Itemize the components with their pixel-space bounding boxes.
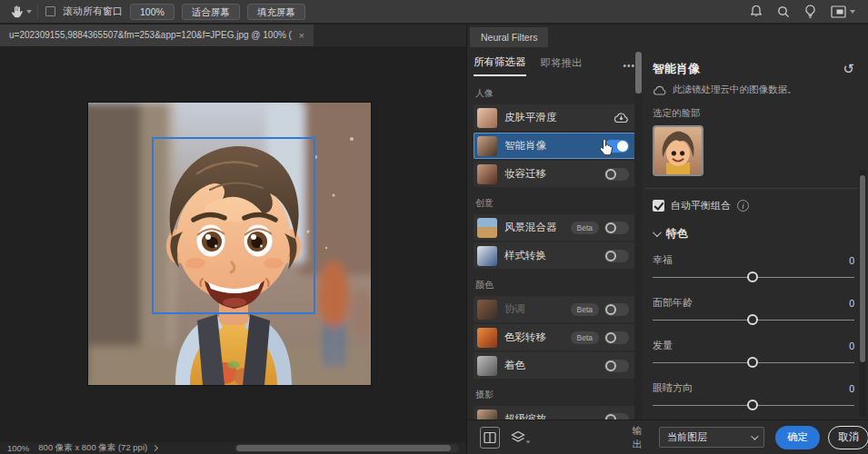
zoom-100-button[interactable]: 100% bbox=[130, 4, 175, 20]
smart-portrait-thumbnail bbox=[477, 136, 497, 156]
canvas-area[interactable] bbox=[0, 46, 466, 442]
section-color: 颜色 bbox=[475, 279, 634, 291]
reset-filter-icon[interactable]: ↺ bbox=[843, 61, 854, 77]
makeup-transfer-thumbnail bbox=[477, 164, 497, 184]
ok-button[interactable]: 确定 bbox=[775, 426, 821, 449]
layers-icon bbox=[511, 430, 525, 444]
show-layers-button[interactable] bbox=[511, 430, 531, 444]
cloud-download-icon[interactable] bbox=[614, 112, 629, 123]
cancel-button[interactable]: 取消 bbox=[828, 426, 868, 449]
canvas-image[interactable] bbox=[88, 103, 371, 385]
layers-chevron-icon bbox=[525, 440, 530, 443]
colorize-toggle-off[interactable] bbox=[604, 360, 629, 372]
close-document-icon[interactable]: × bbox=[299, 30, 304, 41]
style-transfer-toggle-off[interactable] bbox=[604, 250, 629, 262]
more-options-icon[interactable]: ••• bbox=[623, 61, 635, 71]
filter-row-harmonization[interactable]: 协调 Beta bbox=[474, 296, 635, 322]
filter-label: 样式转换 bbox=[504, 249, 604, 262]
screen-mode-control[interactable] bbox=[831, 5, 855, 18]
chevron-down-icon bbox=[653, 228, 662, 237]
slider-value: 0 bbox=[849, 298, 854, 309]
slider-thumb[interactable] bbox=[747, 314, 758, 325]
slider-thumb[interactable] bbox=[747, 357, 758, 368]
panel-footer: 输出 当前图层 确定 取消 bbox=[467, 419, 868, 454]
status-chevron-icon[interactable] bbox=[152, 445, 158, 451]
landscape-mixer-toggle-off[interactable] bbox=[604, 222, 629, 234]
slider-track[interactable] bbox=[653, 400, 854, 412]
beta-badge: Beta bbox=[571, 331, 600, 344]
scroll-all-windows-checkbox[interactable] bbox=[45, 6, 55, 16]
filter-row-color-transfer[interactable]: 色彩转移 Beta bbox=[474, 324, 635, 350]
makeup-transfer-toggle-off[interactable] bbox=[604, 168, 629, 181]
featured-section-label: 特色 bbox=[666, 226, 688, 242]
discover-lightbulb-icon[interactable] bbox=[804, 5, 816, 19]
slider-thumb[interactable] bbox=[747, 400, 758, 410]
hand-tool-chip[interactable] bbox=[9, 5, 38, 19]
auto-balance-label: 自动平衡组合 bbox=[671, 199, 731, 212]
status-zoom-value[interactable]: 100% bbox=[0, 443, 38, 453]
filter-label: 智能肖像 bbox=[504, 139, 604, 153]
filter-row-makeup-transfer[interactable]: 妆容迁移 bbox=[474, 161, 635, 187]
filter-list-scrollbar[interactable] bbox=[634, 51, 643, 443]
section-creative: 创意 bbox=[475, 197, 634, 210]
neural-filters-panel: Neural Filters 所有筛选器 即将推出 ••• 人像 皮肤平滑度 智… bbox=[466, 25, 868, 454]
auto-balance-checkbox-checked[interactable] bbox=[653, 200, 664, 212]
detail-title: 智能肖像 bbox=[653, 61, 700, 77]
status-bar: 100% 800 像素 x 800 像素 (72 ppi) bbox=[0, 442, 466, 454]
style-transfer-thumbnail bbox=[477, 246, 497, 266]
screen-mode-chevron-icon bbox=[850, 10, 855, 14]
featured-section-header[interactable]: 特色 bbox=[653, 226, 854, 242]
document-tab[interactable]: u=202309155,9884365507&fm=253&app=120&f=… bbox=[0, 25, 314, 46]
slider-eye-direction: 眼睛方向 0 bbox=[653, 381, 854, 412]
fit-screen-button[interactable]: 适合屏幕 bbox=[182, 4, 240, 20]
beta-badge: Beta bbox=[571, 303, 600, 316]
detail-scrollbar[interactable] bbox=[859, 170, 866, 417]
selected-face-thumbnail[interactable] bbox=[653, 125, 703, 176]
slider-value: 0 bbox=[849, 255, 854, 266]
divider bbox=[645, 188, 860, 189]
tab-coming-soon[interactable]: 即将推出 bbox=[541, 56, 583, 75]
slider-label: 幸福 bbox=[653, 253, 673, 267]
hand-tool-icon bbox=[9, 5, 24, 19]
filter-list-scrollbar-thumb[interactable] bbox=[635, 52, 642, 94]
skin-smoothing-thumbnail bbox=[477, 108, 497, 128]
slider-label: 眼睛方向 bbox=[653, 381, 693, 395]
status-document-dimensions: 800 像素 x 800 像素 (72 ppi) bbox=[38, 442, 153, 454]
filter-row-style-transfer[interactable]: 样式转换 bbox=[474, 242, 635, 269]
search-icon[interactable] bbox=[777, 5, 790, 18]
harmonization-thumbnail bbox=[477, 300, 497, 320]
preview-split-view-button[interactable] bbox=[480, 427, 500, 449]
slider-thumb[interactable] bbox=[747, 271, 758, 282]
slider-facial-age: 面部年龄 0 bbox=[653, 296, 854, 327]
filter-label: 协调 bbox=[504, 302, 571, 316]
fill-screen-button[interactable]: 填充屏幕 bbox=[247, 4, 305, 20]
filter-row-landscape-mixer[interactable]: 风景混合器 Beta bbox=[474, 214, 635, 241]
slider-happiness: 幸福 0 bbox=[653, 253, 854, 284]
slider-track[interactable] bbox=[653, 314, 854, 327]
notifications-bell-icon[interactable] bbox=[750, 5, 763, 18]
color-transfer-thumbnail bbox=[477, 328, 497, 348]
slider-label: 面部年龄 bbox=[653, 296, 693, 310]
tool-options-chevron-icon bbox=[26, 10, 32, 14]
output-select[interactable]: 当前图层 bbox=[659, 427, 764, 448]
harmonization-toggle-off[interactable] bbox=[604, 303, 629, 316]
slider-label: 发量 bbox=[653, 339, 673, 352]
color-transfer-toggle-off[interactable] bbox=[604, 331, 629, 344]
horizontal-scrollbar[interactable] bbox=[234, 444, 459, 452]
document-title: u=202309155,9884365507&fm=253&app=120&f=… bbox=[9, 29, 292, 42]
horizontal-scrollbar-thumb[interactable] bbox=[236, 445, 451, 451]
filter-label: 色彩转移 bbox=[504, 331, 571, 344]
document-tab-strip: u=202309155,9884365507&fm=253&app=120&f=… bbox=[0, 25, 466, 46]
slider-track[interactable] bbox=[653, 357, 854, 370]
filter-row-colorize[interactable]: 着色 bbox=[474, 352, 635, 379]
slider-hair-volume: 发量 0 bbox=[653, 339, 854, 370]
slider-track[interactable] bbox=[653, 271, 854, 284]
filter-label: 皮肤平滑度 bbox=[504, 111, 614, 124]
detail-scrollbar-thumb[interactable] bbox=[860, 175, 865, 362]
filter-row-skin-smoothing[interactable]: 皮肤平滑度 bbox=[474, 104, 635, 131]
cloud-icon bbox=[653, 85, 667, 95]
screen-mode-icon bbox=[831, 5, 846, 18]
neural-filters-tab[interactable]: Neural Filters bbox=[470, 27, 548, 47]
info-icon[interactable]: i bbox=[737, 200, 749, 212]
tab-all-filters[interactable]: 所有筛选器 bbox=[474, 55, 526, 76]
